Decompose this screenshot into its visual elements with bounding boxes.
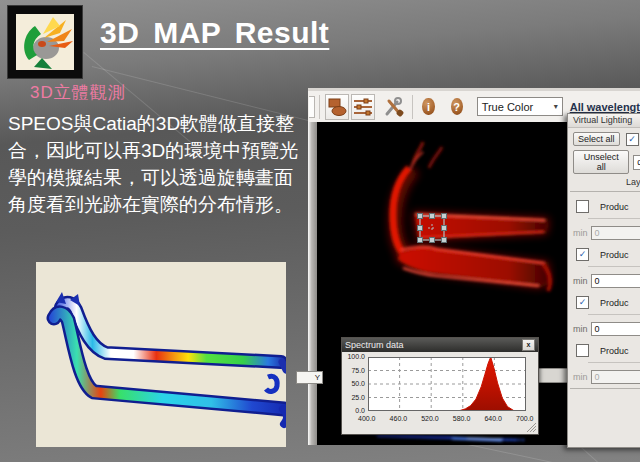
product-checkbox[interactable]: ✓: [576, 296, 589, 309]
min-input[interactable]: 0: [591, 322, 640, 336]
all-wavelengths-link[interactable]: All wavelengt: [570, 101, 640, 113]
toolbar-separator: [319, 95, 320, 119]
tools-icon: [384, 97, 404, 117]
spectrum-window-title: Spectrum data: [345, 340, 522, 350]
product-checkbox[interactable]: ✓: [576, 248, 589, 261]
x-tick-label: 580.0: [453, 415, 475, 422]
y-tick-label: 25.0: [344, 394, 365, 401]
speos-logo: [8, 6, 82, 78]
false-color-lamp-art: [36, 262, 286, 447]
info-button[interactable]: i: [422, 98, 434, 115]
y-tick-label: 100.0: [344, 353, 365, 360]
info-icon: i: [427, 101, 430, 113]
min-input[interactable]: 0: [591, 274, 640, 288]
product-checkbox[interactable]: [576, 200, 589, 213]
shapes-icon: [326, 97, 348, 117]
product-row: Produc: [576, 200, 640, 213]
toolbar-separator: [412, 95, 413, 119]
product-row: ✓Produc: [576, 248, 640, 261]
select-all-checkbox[interactable]: ✓: [626, 133, 639, 146]
help-button[interactable]: ?: [451, 98, 463, 115]
product-min-row: min0: [573, 226, 640, 240]
divider: [588, 266, 640, 267]
virtual-lighting-title: Virtual Lighting: [568, 114, 640, 128]
select-all-button[interactable]: Select all: [573, 132, 620, 146]
min-label: min: [573, 276, 588, 286]
resize-grip[interactable]: [527, 423, 536, 432]
help-icon: ?: [453, 101, 460, 113]
lighting-preset-dropdown[interactable]: d: [633, 155, 640, 170]
min-input[interactable]: 0: [591, 370, 640, 384]
product-label: Produc: [600, 298, 629, 308]
sliders-button[interactable]: [351, 94, 375, 120]
section-subtitle: 3D立體觀測: [30, 81, 126, 104]
selection-gizmo: [418, 214, 447, 243]
y-tick-label: 75.0: [344, 367, 365, 374]
product-label: Produc: [600, 202, 629, 212]
speos-viewer-window: i ? True Color ▾ All wavelengt: [308, 88, 640, 445]
divider: [588, 218, 640, 219]
unselect-all-button[interactable]: Unselect all: [573, 150, 629, 174]
false-color-lamp-image: [36, 262, 286, 447]
product-min-row: min0: [573, 274, 640, 288]
divider: [570, 388, 640, 389]
page-title: 3D MAP Result: [100, 16, 329, 50]
close-icon[interactable]: x: [522, 339, 535, 351]
spectrum-data-window: Spectrum data x 100.075.050.025.00.0400.…: [341, 337, 539, 435]
spectrum-curve: [368, 357, 526, 411]
divider: [588, 314, 640, 315]
sliders-icon: [352, 97, 374, 117]
color-mode-value: True Color: [478, 101, 550, 113]
clipped-toolbar-icon[interactable]: [309, 96, 315, 118]
product-min-row: min0: [573, 370, 640, 384]
product-label: Produc: [600, 346, 629, 356]
shapes-button[interactable]: [325, 94, 349, 120]
min-label: min: [573, 228, 588, 238]
virtual-lighting-panel: Virtual Lighting Select all ✓ Unselect a…: [567, 113, 640, 448]
color-mode-dropdown[interactable]: True Color ▾: [477, 97, 563, 116]
tools-button[interactable]: [384, 95, 404, 119]
window-left-edge: [308, 122, 317, 445]
chevron-down-icon: ▾: [550, 102, 562, 111]
y-axis-flag: Y: [296, 371, 323, 384]
spectrum-chart-area: 100.075.050.025.00.0400.0460.0520.0580.0…: [342, 352, 538, 434]
divider: [588, 362, 640, 363]
min-label: min: [573, 324, 588, 334]
body-paragraph: SPEOS與Catia的3D軟體做直接整合，因此可以再3D的環境中預覽光學的模擬…: [8, 110, 302, 218]
x-tick-label: 460.0: [390, 415, 412, 422]
min-input[interactable]: 0: [591, 226, 640, 240]
product-checkbox[interactable]: [576, 344, 589, 357]
y-axis-label: Y: [315, 373, 320, 382]
speos-logo-art: [16, 14, 74, 70]
product-label: Produc: [600, 250, 629, 260]
x-tick-label: 520.0: [421, 415, 443, 422]
vl-products: Producmin0✓Producmin0✓Producmin0Producmi…: [568, 200, 640, 384]
x-tick-label: 700.0: [516, 415, 538, 422]
min-label: min: [573, 372, 588, 382]
spectrum-plot: [368, 357, 526, 411]
product-row: ✓Produc: [576, 296, 640, 309]
divider: [570, 191, 640, 192]
x-tick-label: 400.0: [358, 415, 380, 422]
product-min-row: min0: [573, 322, 640, 336]
product-row: Produc: [576, 344, 640, 357]
x-tick-label: 640.0: [484, 415, 506, 422]
layer-label: Lay: [626, 177, 640, 187]
presentation-slide: 3D MAP Result 3D立體觀測 SPEOS與Catia的3D軟體做直接…: [0, 0, 640, 462]
spectrum-window-titlebar[interactable]: Spectrum data x: [342, 338, 538, 352]
y-tick-label: 0.0: [344, 407, 365, 414]
y-tick-label: 50.0: [344, 380, 365, 387]
